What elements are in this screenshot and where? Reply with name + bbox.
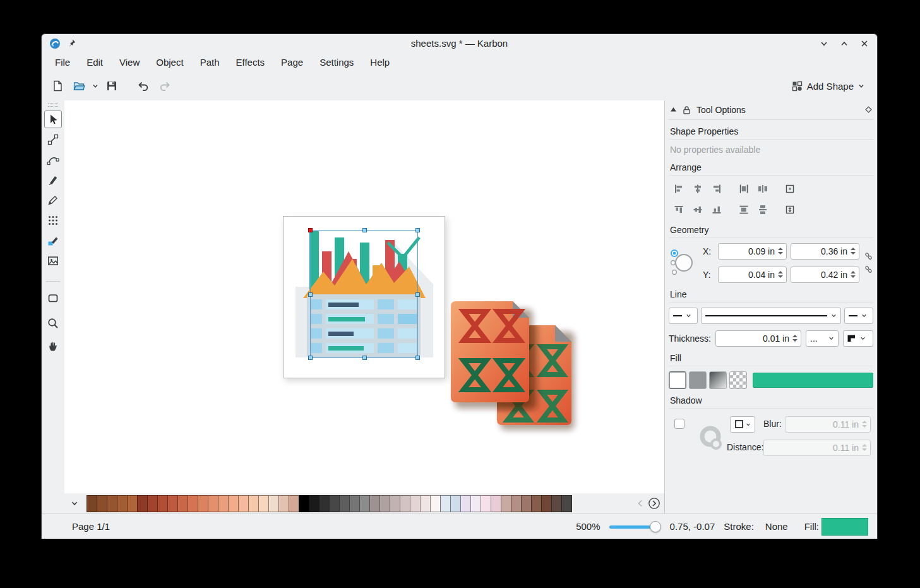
- thickness-spinbox[interactable]: 0.01 in: [715, 330, 801, 347]
- fill-gradient-button[interactable]: [709, 371, 727, 389]
- menu-view[interactable]: View: [111, 55, 148, 69]
- palette-swatch[interactable]: [198, 495, 208, 512]
- palette-swatch[interactable]: [157, 495, 168, 512]
- stencil-tool[interactable]: [44, 252, 62, 270]
- save-button[interactable]: [102, 76, 121, 95]
- x-spinbox[interactable]: 0.09 in: [718, 243, 787, 260]
- menu-path[interactable]: Path: [192, 55, 228, 69]
- selection-rect[interactable]: [310, 230, 418, 358]
- y-spin-arrows[interactable]: [778, 271, 783, 278]
- palette-swatch[interactable]: [400, 495, 410, 512]
- palette-swatch[interactable]: [410, 495, 421, 512]
- undo-button[interactable]: [134, 76, 153, 95]
- palette-swatch[interactable]: [541, 495, 552, 512]
- palette-swatch[interactable]: [299, 495, 309, 512]
- height-spinbox[interactable]: 0.42 in: [791, 267, 859, 283]
- palette-swatch[interactable]: [319, 495, 330, 512]
- distribute-top-button[interactable]: [735, 201, 752, 219]
- palette-swatch[interactable]: [218, 495, 229, 512]
- cap-join-combo[interactable]: [843, 330, 873, 347]
- palette-swatch[interactable]: [470, 495, 481, 512]
- palette-swatch[interactable]: [501, 495, 511, 512]
- palette-swatch[interactable]: [107, 495, 117, 512]
- position-anchor-widget[interactable]: [669, 248, 699, 278]
- align-bottom-button[interactable]: [708, 201, 725, 219]
- menu-settings[interactable]: Settings: [311, 55, 362, 69]
- pin-icon[interactable]: [67, 39, 76, 48]
- palette-swatch[interactable]: [511, 495, 522, 512]
- palette-swatch[interactable]: [390, 495, 400, 512]
- stroke-value[interactable]: None: [765, 521, 788, 532]
- line-start-marker-combo[interactable]: [669, 308, 698, 324]
- palette-swatch[interactable]: [551, 495, 562, 512]
- palette-swatch[interactable]: [420, 495, 431, 512]
- line-end-marker-combo[interactable]: [844, 308, 873, 324]
- palette-swatch[interactable]: [228, 495, 239, 512]
- pattern-tool[interactable]: [44, 212, 62, 229]
- pencil-tool[interactable]: [44, 191, 62, 209]
- align-vcenter-button[interactable]: [689, 201, 706, 219]
- palette-swatch[interactable]: [137, 495, 148, 512]
- open-recent-chevron[interactable]: [91, 76, 100, 95]
- palette-swatch[interactable]: [309, 495, 320, 512]
- titlebar[interactable]: sheets.svg * — Karbon: [42, 34, 877, 53]
- spacing-horizontal-button[interactable]: [781, 181, 798, 198]
- palette-swatch[interactable]: [248, 495, 259, 512]
- palette-swatch[interactable]: [481, 495, 491, 512]
- zoom-tool[interactable]: [44, 315, 62, 332]
- palette-swatch[interactable]: [87, 495, 97, 512]
- palette-swatch[interactable]: [177, 495, 188, 512]
- selection-handle-middle-right[interactable]: [415, 292, 420, 297]
- palette-swatch[interactable]: [278, 495, 289, 512]
- pan-tool[interactable]: [44, 337, 62, 355]
- fill-color-swatch[interactable]: [821, 518, 868, 536]
- line-style-combo[interactable]: [701, 308, 841, 324]
- palette-swatch[interactable]: [258, 495, 269, 512]
- palette-swatch[interactable]: [147, 495, 158, 512]
- menu-effects[interactable]: Effects: [228, 55, 273, 69]
- link-height-icon[interactable]: [864, 265, 873, 273]
- shade-button[interactable]: [819, 39, 829, 49]
- distribute-hcenter-button[interactable]: [754, 181, 771, 198]
- align-top-button[interactable]: [670, 201, 687, 219]
- distribute-left-button[interactable]: [735, 181, 752, 198]
- menu-page[interactable]: Page: [273, 55, 311, 69]
- selection-handle-bottom-center[interactable]: [362, 356, 367, 360]
- align-right-button[interactable]: [708, 181, 725, 198]
- palette-swatch[interactable]: [289, 495, 299, 512]
- palette-swatch[interactable]: [268, 495, 279, 512]
- palette-swatch[interactable]: [440, 495, 451, 512]
- palette-swatch[interactable]: [188, 495, 198, 512]
- palette-swatch[interactable]: [117, 495, 128, 512]
- zoom-level[interactable]: 500%: [576, 521, 600, 532]
- shadow-enable-checkbox[interactable]: [674, 419, 684, 429]
- align-hcenter-button[interactable]: [689, 181, 706, 198]
- palette-swatch[interactable]: [531, 495, 542, 512]
- select-tool[interactable]: [44, 111, 62, 128]
- width-spinbox[interactable]: 0.36 in: [791, 243, 859, 260]
- fill-pattern-button[interactable]: [729, 371, 747, 389]
- shadow-color-combo[interactable]: [730, 416, 755, 433]
- selection-handle-middle-left[interactable]: [308, 292, 313, 297]
- palette-swatch[interactable]: [491, 495, 501, 512]
- selection-handle-top-center[interactable]: [362, 228, 367, 232]
- zoom-slider-knob[interactable]: [650, 521, 661, 532]
- lock-icon[interactable]: [683, 105, 691, 114]
- fill-solid-button[interactable]: [689, 371, 707, 389]
- palette-menu-button[interactable]: [68, 496, 81, 511]
- menu-edit[interactable]: Edit: [78, 55, 111, 69]
- selection-handle-bottom-right[interactable]: [415, 356, 420, 360]
- close-button[interactable]: [859, 39, 869, 49]
- gradient-tool[interactable]: [44, 232, 62, 249]
- new-document-button[interactable]: [48, 76, 67, 95]
- zoom-slider[interactable]: [609, 520, 661, 533]
- link-width-icon[interactable]: [864, 252, 873, 260]
- palette-swatch[interactable]: [329, 495, 340, 512]
- pen-tool[interactable]: [44, 151, 62, 169]
- menu-object[interactable]: Object: [148, 55, 191, 69]
- align-left-button[interactable]: [670, 181, 687, 198]
- palette-swatch[interactable]: [521, 495, 532, 512]
- palette-swatch[interactable]: [127, 495, 138, 512]
- palette-swatch[interactable]: [349, 495, 360, 512]
- palette-swatch[interactable]: [208, 495, 218, 512]
